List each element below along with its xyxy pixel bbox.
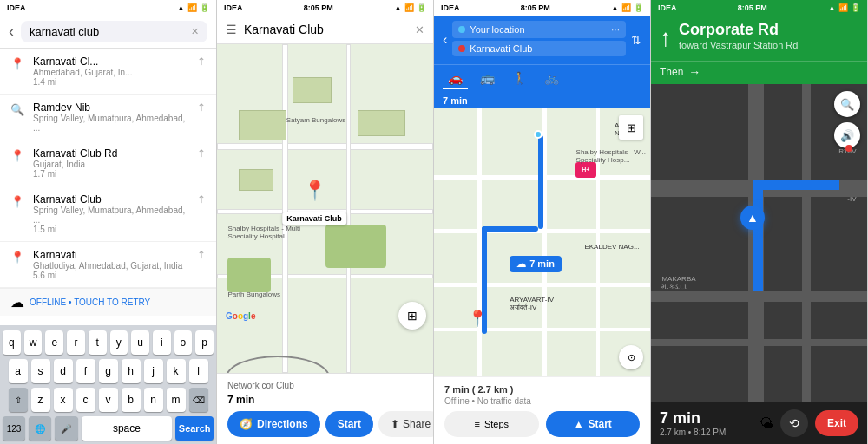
key-k[interactable]: k <box>167 359 186 383</box>
key-s[interactable]: s <box>31 359 50 383</box>
key-b[interactable]: b <box>122 388 141 412</box>
swap-directions-button[interactable]: ⇅ <box>631 33 641 47</box>
status-bar-s2: IDEA 8:05 PM ▲ 📶 🔋 <box>217 0 433 16</box>
result-item-0[interactable]: 📍 Karnavati Cl... Ahmedabad, Gujarat, In… <box>0 49 216 95</box>
key-h[interactable]: h <box>122 359 141 383</box>
layers-button-s3[interactable]: ⊞ <box>619 115 643 140</box>
navigation-icon: ▲ <box>574 418 584 430</box>
key-shift[interactable]: ⇧ <box>9 388 28 412</box>
result-item-1[interactable]: 🔍 Ramdev Nib Spring Valley, Mumatpura, A… <box>0 95 216 140</box>
menu-icon[interactable]: ☰ <box>226 23 237 36</box>
search-screen: IDEA ▲ 📶 🔋 ‹ karnavati club ✕ 📍 Karnavat… <box>0 0 217 444</box>
key-c[interactable]: c <box>76 388 95 412</box>
key-o[interactable]: o <box>174 330 193 355</box>
compass-button-s3[interactable]: ⊙ <box>619 345 643 369</box>
green-area-2 <box>227 258 271 292</box>
result-arrow-4: ↗ <box>194 248 209 263</box>
status-icons-s1: ▲ 📶 🔋 <box>177 3 209 12</box>
start-button-s2[interactable]: Start <box>326 411 373 437</box>
key-x[interactable]: x <box>54 388 73 412</box>
map-view-s2[interactable]: Satyam Bungalows Shalby Hospitals - Mult… <box>217 44 433 373</box>
status-icons-s3: ▲📶🔋 <box>611 3 643 12</box>
key-t[interactable]: t <box>89 330 107 355</box>
key-e[interactable]: e <box>45 330 63 355</box>
key-n[interactable]: n <box>144 388 163 412</box>
retry-label[interactable]: TOUCH TO RETRY <box>74 297 150 307</box>
close-icon[interactable]: ✕ <box>415 23 424 36</box>
rt4-label2: -IV <box>847 195 856 203</box>
nav-route <box>753 180 763 291</box>
key-q[interactable]: q <box>3 330 21 355</box>
key-mic[interactable]: 🎤 <box>55 416 77 441</box>
map-view-s3[interactable]: 📍 ☁ 7 min ANANDNAGAR ARYAVART-IVअर्यावर्… <box>434 108 650 376</box>
hospital-label: Shalby Hospitals - W...Speciality Hosp..… <box>576 148 646 164</box>
navigation-instruction-bar: ↑ Corporate Rd toward Vastrapur Station … <box>651 16 867 61</box>
key-numbers[interactable]: 123 <box>3 416 25 441</box>
back-button[interactable]: ‹ <box>9 23 14 41</box>
transport-bike[interactable]: 🚲 <box>539 69 564 89</box>
search-nav-button[interactable]: 🔍 <box>834 91 860 117</box>
from-input-row[interactable]: Your location ··· <box>452 21 626 38</box>
eta-distance: 2.7 km • 8:12 PM <box>660 428 753 437</box>
clear-icon[interactable]: ✕ <box>191 26 199 37</box>
key-space[interactable]: space <box>82 416 173 441</box>
result-sub-4: Ghatlodiya, Ahmedabad, Gujarat, India <box>33 261 188 271</box>
layers-button-s2[interactable]: ⊞ <box>398 302 426 330</box>
key-u[interactable]: u <box>131 330 149 355</box>
hospital-marker: H+ <box>575 162 596 178</box>
share-button[interactable]: ⬆ Share <box>378 411 434 437</box>
key-r[interactable]: r <box>67 330 85 355</box>
keyboard-row-4: 123 🌐 🎤 space Search <box>3 416 214 441</box>
place-name-header: Karnavati Club <box>244 23 408 36</box>
carrier-s1: IDEA <box>7 3 26 12</box>
key-j[interactable]: j <box>144 359 163 383</box>
result-item-2[interactable]: 📍 Karnavati Club Rd Gujarat, India 1.7 m… <box>0 140 216 186</box>
directions-bottom-card: 7 min ( 2.7 km ) Offline • No traffic da… <box>434 376 650 444</box>
location-pin-icon-4: 📍 <box>10 251 24 264</box>
steps-button[interactable]: ≡ Steps <box>444 411 539 437</box>
key-l[interactable]: l <box>189 359 208 383</box>
transport-car[interactable]: 🚗 <box>443 69 468 89</box>
recenter-button[interactable]: ⟲ <box>780 409 808 437</box>
road-v2 <box>346 44 351 373</box>
key-p[interactable]: p <box>195 330 214 355</box>
nav-road-sec-h <box>651 291 867 302</box>
key-v[interactable]: v <box>99 388 118 412</box>
directions-button[interactable]: 🧭 Directions <box>227 411 320 437</box>
navigation-map[interactable]: MAKARBAમ.કડ.ા RT-IV -IV ▲ 🔍 🔊 <box>651 84 867 402</box>
chip-time: 7 min <box>529 258 555 269</box>
result-item-4[interactable]: 📍 Karnavati Ghatlodiya, Ahmedabad, Gujar… <box>0 242 216 288</box>
key-d[interactable]: d <box>54 359 73 383</box>
key-m[interactable]: m <box>167 388 186 412</box>
more-icon: ··· <box>611 23 620 36</box>
to-input-row[interactable]: Karnavati Club <box>452 41 626 56</box>
key-search[interactable]: Search <box>175 416 214 441</box>
result-arrow-0: ↗ <box>194 55 209 69</box>
transport-walk[interactable]: 🚶 <box>507 69 532 89</box>
route-segment-1 <box>538 135 543 229</box>
key-z[interactable]: z <box>31 388 50 412</box>
key-a[interactable]: a <box>9 359 28 383</box>
time-s4: 8:05 PM <box>738 3 767 12</box>
area-label-ekaldev: EKALDEV NAG... <box>584 243 639 251</box>
result-name-4: Karnavati <box>33 249 188 261</box>
key-g[interactable]: g <box>99 359 118 383</box>
key-f[interactable]: f <box>76 359 95 383</box>
navigation-bottom-bar: 7 min 2.7 km • 8:12 PM 🌤 ⟲ Exit <box>651 402 867 444</box>
transport-transit[interactable]: 🚌 <box>475 69 500 89</box>
back-arrow-s3[interactable]: ‹ <box>443 32 447 48</box>
road-v1 <box>282 44 288 373</box>
key-delete[interactable]: ⌫ <box>189 388 208 412</box>
steps-icon: ≡ <box>474 419 479 429</box>
map-detail-screen: IDEA 8:05 PM ▲ 📶 🔋 ☰ Karnavati Club ✕ Sa… <box>217 0 434 444</box>
result-item-3[interactable]: 📍 Karnavati Club Spring Valley, Mumatpur… <box>0 186 216 242</box>
key-w[interactable]: w <box>24 330 43 355</box>
key-y[interactable]: y <box>110 330 128 355</box>
key-i[interactable]: i <box>153 330 171 355</box>
exit-navigation-button[interactable]: Exit <box>815 410 858 436</box>
location-pin-icon-1: 🔍 <box>10 103 24 116</box>
start-button-s3[interactable]: ▲ Start <box>546 411 641 437</box>
search-input-box[interactable]: karnavati club ✕ <box>21 21 207 42</box>
key-globe[interactable]: 🌐 <box>29 416 51 441</box>
offline-bar[interactable]: ☁ OFFLINE • TOUCH TO RETRY <box>0 288 216 316</box>
